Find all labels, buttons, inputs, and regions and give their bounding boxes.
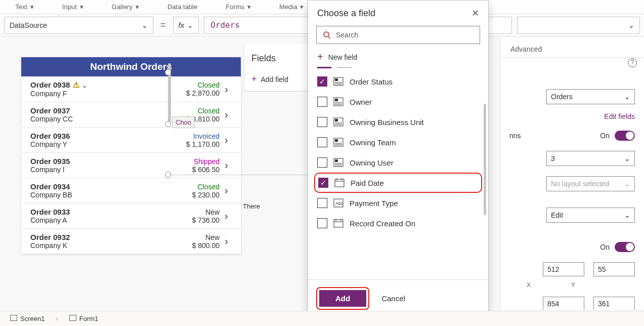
position-y-input[interactable]: 55 (593, 262, 635, 276)
field-item[interactable]: AbcPayment Type (308, 193, 488, 213)
property-name: DataSource (10, 21, 47, 29)
toolbar-input[interactable]: Input ▾ (51, 3, 83, 11)
svg-rect-22 (335, 179, 344, 187)
field-item[interactable]: Owner (308, 92, 488, 112)
layout-placeholder: No layout selected (551, 180, 609, 188)
field-checkbox[interactable] (317, 218, 327, 228)
nav-form[interactable]: Form1 (69, 315, 99, 322)
format-dropdown[interactable]: ⌄ (517, 17, 640, 34)
nav-screen[interactable]: Screen1 (10, 315, 45, 322)
toolbar-text[interactable]: Text ▾ (4, 3, 34, 11)
toolbar-media[interactable]: Media ▾ (268, 3, 304, 11)
toolbar-forms[interactable]: Forms ▾ (214, 3, 251, 11)
chevron-right-icon[interactable]: › (225, 134, 234, 146)
field-checkbox[interactable] (317, 97, 327, 107)
visible-toggle[interactable] (615, 242, 635, 252)
field-checkbox[interactable]: ✓ (318, 178, 328, 188)
choose-field-title: Choose a field (317, 8, 375, 19)
field-list-scrollbar[interactable] (484, 104, 486, 215)
data-source-dropdown[interactable]: Orders ⌄ (546, 89, 635, 104)
field-checkbox[interactable] (317, 117, 327, 127)
toolbar-gallery[interactable]: Gallery ▾ (101, 3, 139, 11)
mode-value: Edit (551, 211, 563, 219)
field-item[interactable]: ✓Order Status (308, 71, 488, 92)
order-company: Company BB (30, 191, 169, 199)
chevron-right-icon[interactable]: › (225, 159, 234, 171)
field-item[interactable]: Record Created On (308, 213, 488, 233)
tab-advanced[interactable]: Advanced (510, 45, 542, 53)
snap-toggle[interactable] (615, 131, 635, 141)
svg-rect-19 (335, 159, 338, 162)
order-company: Company A (30, 216, 169, 224)
field-name: Owning Team (350, 138, 396, 147)
add-button-highlight: Add (316, 287, 369, 310)
field-item[interactable]: Owning Team (308, 132, 488, 152)
choose-field-popup: Choose a field ✕ Search + New field ✓Ord… (308, 0, 489, 317)
optionset-icon (333, 158, 344, 167)
date-icon (334, 178, 345, 187)
field-checkbox[interactable] (317, 157, 327, 168)
chevron-right-icon[interactable]: › (225, 109, 234, 120)
resize-handle[interactable] (165, 121, 171, 127)
size-h-input[interactable]: 361 (593, 297, 635, 310)
field-item[interactable]: Owning Business Unit (308, 112, 488, 132)
chevron-right-icon[interactable]: › (225, 235, 234, 247)
chevron-down-icon: ⌄ (142, 21, 148, 29)
property-dropdown[interactable]: DataSource ⌄ (4, 17, 153, 34)
new-field-button[interactable]: + New field (308, 49, 488, 66)
resize-handle[interactable] (165, 172, 171, 178)
label-y: Y (571, 281, 575, 289)
field-item[interactable]: Owning User (308, 152, 488, 173)
field-checkbox[interactable]: ✓ (317, 76, 327, 87)
forms-icon (214, 3, 223, 11)
resize-handle[interactable] (165, 69, 171, 75)
toolbar-data-table[interactable]: Data table (156, 3, 197, 11)
order-amount: $ 800.00 (169, 241, 220, 250)
field-search-input[interactable]: Search (316, 26, 480, 44)
close-icon[interactable]: ✕ (471, 8, 479, 19)
input-icon (51, 3, 59, 11)
chevron-right-icon[interactable]: › (225, 210, 234, 222)
order-row[interactable]: Order 0934 Company BB Closed $ 230.00 › (21, 178, 241, 203)
order-row[interactable]: Order 0937 Company CC Closed $ 3,810.00 … (21, 102, 241, 128)
field-checkbox[interactable] (317, 198, 327, 208)
cancel-button[interactable]: Cancel (381, 294, 405, 303)
order-status: New (169, 233, 220, 241)
position-x-input[interactable]: 512 (543, 262, 584, 276)
order-company: Company F (30, 90, 169, 98)
edit-fields-link[interactable]: Edit fields (500, 109, 644, 126)
order-row[interactable]: Order 0933 Company A New $ 736.00 › (21, 203, 241, 229)
optionset-icon (333, 117, 344, 127)
columns-dropdown[interactable]: 3 ⌄ (546, 151, 635, 166)
field-checkbox[interactable] (317, 137, 327, 147)
chevron-down-icon: ⌄ (624, 211, 630, 219)
chevron-right-icon[interactable]: › (225, 185, 234, 196)
screen-icon (10, 315, 17, 321)
selection-line (171, 175, 308, 175)
default-mode-dropdown[interactable]: Edit ⌄ (546, 208, 635, 223)
breadcrumb-nav: Screen1 › Form1 (0, 311, 644, 326)
optionset-icon (333, 138, 344, 147)
media-icon (268, 3, 276, 11)
on-label: On (600, 132, 610, 140)
order-row[interactable]: Order 0932 Company K New $ 800.00 › (21, 229, 241, 254)
size-w-input[interactable]: 854 (543, 297, 584, 310)
order-row[interactable]: Order 0938⚠ ⌄ Company F Closed $ 2,870.0… (21, 76, 241, 102)
help-icon[interactable]: ? (628, 58, 637, 67)
order-row[interactable]: Order 0936 Company Y Invoiced $ 1,170.00… (21, 128, 241, 153)
layout-dropdown[interactable]: No layout selected ⌄ (546, 176, 635, 191)
add-button[interactable]: Add (319, 290, 366, 307)
chevron-down-icon: ⌄ (624, 154, 630, 162)
order-amount: $ 606.50 (169, 166, 220, 174)
optionset-icon (333, 97, 344, 106)
add-field-button[interactable]: + Add field (244, 71, 309, 91)
fx-button[interactable]: fx ⌄ (173, 17, 199, 34)
order-amount: $ 230.00 (169, 191, 220, 199)
fields-panel-title: Fields (244, 44, 309, 71)
field-item[interactable]: ✓Paid Date (314, 173, 482, 193)
gallery-card[interactable]: Northwind Orders Order 0938⚠ ⌄ Company F… (21, 57, 241, 254)
svg-rect-11 (335, 119, 338, 121)
chevron-right-icon[interactable]: › (225, 84, 234, 95)
svg-line-1 (328, 36, 330, 38)
field-name: Order Status (350, 77, 393, 86)
